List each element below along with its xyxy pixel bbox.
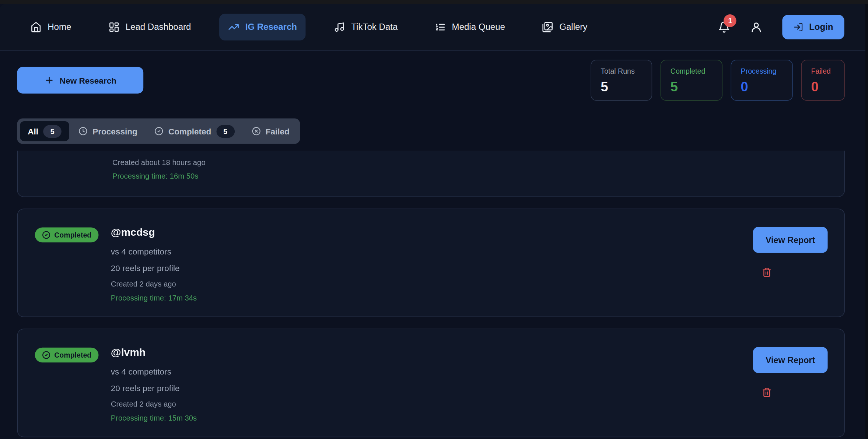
app-window: Home Lead Dashboard IG Research TikTok D… (0, 0, 868, 439)
delete-run-button[interactable] (762, 267, 772, 277)
nav-item-label: IG Research (245, 22, 297, 32)
new-research-button[interactable]: New Research (17, 67, 144, 94)
status-label: Completed (54, 231, 91, 239)
filter-tab-all[interactable]: All 5 (20, 121, 69, 141)
trending-up-icon (228, 22, 239, 33)
filter-tab-processing[interactable]: Processing (71, 121, 145, 141)
delete-run-button[interactable] (762, 387, 772, 397)
tab-count-badge: 5 (216, 125, 235, 138)
run-created: Created 2 days ago (111, 280, 197, 288)
stat-failed: Failed 0 (801, 60, 845, 101)
research-run-list: Created about 18 hours ago Processing ti… (17, 151, 845, 439)
filter-tabbar: All 5 Processing Completed 5 Failed (17, 119, 300, 144)
stat-value: 0 (811, 80, 835, 94)
nav-links: Home Lead Dashboard IG Research TikTok D… (22, 14, 596, 41)
scrollbar-track[interactable] (865, 4, 868, 439)
filter-tab-completed[interactable]: Completed 5 (147, 121, 242, 141)
user-menu-button[interactable] (750, 21, 763, 33)
run-reels: 20 reels per profile (111, 383, 197, 393)
run-actions: View Report (753, 346, 828, 397)
stat-label: Completed (671, 67, 713, 75)
circle-check-icon (154, 127, 163, 136)
images-icon (542, 22, 553, 33)
status-badge: Completed (35, 348, 99, 363)
tab-label: Failed (266, 126, 290, 136)
stat-total-runs: Total Runs 5 (591, 60, 652, 101)
nav-item-label: Gallery (559, 22, 587, 32)
tab-label: Processing (92, 126, 137, 136)
stat-processing: Processing 0 (731, 60, 793, 101)
nav-item-label: Lead Dashboard (126, 22, 191, 32)
view-report-button[interactable]: View Report (753, 227, 828, 253)
nav-item-media-queue[interactable]: Media Queue (426, 14, 514, 41)
circle-x-icon (252, 127, 260, 136)
user-icon (750, 21, 763, 33)
login-button[interactable]: Login (783, 15, 844, 39)
stats-row: Total Runs 5 Completed 5 Processing 0 Fa… (591, 60, 845, 101)
run-handle: @lvmh (111, 347, 197, 359)
status-badge: Completed (35, 228, 99, 243)
plus-icon (44, 75, 54, 85)
filter-tab-failed[interactable]: Failed (244, 121, 297, 141)
clock-icon (79, 127, 88, 136)
nav-item-label: Home (48, 22, 71, 32)
window-top-strip (0, 0, 868, 4)
run-created: Created about 18 hours ago (112, 158, 827, 167)
circle-check-icon (42, 231, 50, 239)
music-icon (334, 22, 345, 33)
run-competitors: vs 4 competitors (111, 367, 197, 376)
nav-item-ig-research[interactable]: IG Research (219, 14, 306, 41)
top-nav: Home Lead Dashboard IG Research TikTok D… (0, 4, 868, 51)
ordered-list-icon (435, 22, 446, 33)
login-icon (794, 22, 804, 32)
stat-label: Processing (741, 67, 783, 75)
circle-check-icon (42, 351, 50, 359)
trash-icon (762, 267, 772, 277)
run-processing-time: Processing time: 15m 30s (111, 414, 197, 422)
trash-icon (762, 387, 772, 397)
run-handle: @mcdsg (111, 226, 197, 239)
nav-item-label: Media Queue (452, 22, 505, 32)
nav-item-gallery[interactable]: Gallery (533, 14, 596, 41)
run-actions: View Report (753, 226, 828, 277)
status-label: Completed (54, 351, 91, 359)
run-card-mcdsg: Completed @mcdsg vs 4 competitors 20 ree… (17, 209, 845, 317)
nav-item-lead-dashboard[interactable]: Lead Dashboard (99, 14, 200, 41)
view-report-button[interactable]: View Report (753, 347, 828, 373)
tab-count-badge: 5 (43, 125, 62, 138)
run-reels: 20 reels per profile (111, 263, 197, 273)
login-label: Login (809, 22, 833, 32)
nav-item-tiktok-data[interactable]: TikTok Data (325, 14, 407, 41)
stat-value: 5 (671, 80, 713, 94)
tab-label: All (28, 126, 38, 136)
new-research-label: New Research (60, 75, 116, 85)
dashboard-icon (108, 22, 119, 33)
stat-value: 5 (601, 80, 642, 94)
run-details: @lvmh vs 4 competitors 20 reels per prof… (111, 346, 197, 422)
nav-right-group: 1 Login (718, 15, 844, 39)
run-processing-time: Processing time: 16m 50s (112, 172, 827, 180)
nav-item-label: TikTok Data (351, 22, 398, 32)
notifications-button[interactable]: 1 (718, 21, 731, 33)
stat-label: Total Runs (601, 67, 642, 75)
notification-badge: 1 (724, 14, 737, 27)
tab-label: Completed (168, 126, 211, 136)
run-competitors: vs 4 competitors (111, 247, 197, 256)
run-card-partial: Created about 18 hours ago Processing ti… (17, 151, 845, 197)
stat-value: 0 (741, 80, 783, 94)
stat-completed: Completed 5 (661, 60, 722, 101)
run-processing-time: Processing time: 17m 34s (111, 294, 197, 302)
nav-item-home[interactable]: Home (22, 14, 80, 41)
run-details: @mcdsg vs 4 competitors 20 reels per pro… (111, 226, 197, 302)
run-created: Created 2 days ago (111, 400, 197, 408)
stat-label: Failed (811, 67, 835, 75)
run-card-lvmh: Completed @lvmh vs 4 competitors 20 reel… (17, 329, 845, 438)
home-icon (31, 22, 42, 33)
